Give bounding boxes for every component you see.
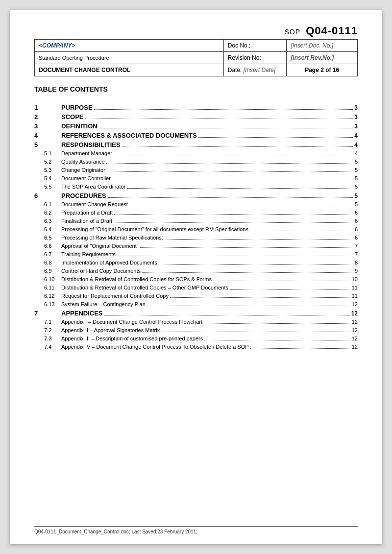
toc-number: 6.3 bbox=[34, 217, 61, 225]
toc-number: 5.4 bbox=[34, 174, 61, 183]
toc-content: DEFINITION3 bbox=[61, 121, 358, 131]
toc-section-title: PROCEDURES bbox=[61, 192, 106, 199]
toc-row: 6.1Document Change Request5 bbox=[34, 200, 358, 209]
toc-row: 5.5The SOP Area Coordinator5 bbox=[34, 183, 358, 191]
document-header-table: <COMPANY> Doc No.: [Insert Doc. No.] Sta… bbox=[34, 39, 358, 76]
toc-number: 4 bbox=[34, 131, 61, 140]
toc-sub-title: Change Originator bbox=[61, 167, 105, 173]
sop-title: SOP Q04-0111 bbox=[34, 24, 358, 37]
toc-sub-page-num: 5 bbox=[355, 175, 358, 181]
toc-number: 5.3 bbox=[34, 166, 61, 174]
toc-sub-page-num: 6 bbox=[355, 210, 358, 216]
toc-row: 6.9Control of Hard Copy Documents9 bbox=[34, 267, 358, 275]
toc-number: 6.6 bbox=[34, 242, 61, 250]
toc-content: Distribution & Retrieval of Controlled C… bbox=[61, 284, 358, 292]
toc-number: 6.2 bbox=[34, 209, 61, 217]
toc-number: 7.4 bbox=[34, 343, 61, 351]
toc-page-num: 4 bbox=[354, 142, 358, 148]
doc-number: Q04-0111 bbox=[306, 24, 358, 37]
toc-sub-title: Control of Hard Copy Documents bbox=[61, 268, 141, 274]
toc-content: Document Controller5 bbox=[61, 174, 358, 183]
toc-row: 6.5Processing of Raw Material Specificat… bbox=[34, 234, 358, 242]
toc-page-num: 12 bbox=[351, 310, 358, 317]
toc-number: 7 bbox=[34, 309, 61, 318]
toc-number: 6.8 bbox=[34, 259, 61, 267]
toc-number: 7.1 bbox=[34, 318, 61, 326]
toc-row: 6PROCEDURES5 bbox=[34, 191, 358, 200]
toc-sub-page-num: 6 bbox=[355, 235, 358, 241]
toc-sub-title: Appendix I – Document Change Control Pro… bbox=[61, 319, 202, 325]
toc-row: 6.7Training Requirements7 bbox=[34, 250, 358, 259]
toc-page-num: 3 bbox=[354, 114, 358, 120]
toc-content: REFERENCES & ASSOCIATED DOCUMENTS4 bbox=[61, 131, 358, 140]
toc-section-title: SCOPE bbox=[61, 113, 84, 120]
toc-section-title: DEFINITION bbox=[61, 122, 98, 130]
toc-number: 6 bbox=[34, 191, 61, 200]
toc-sub-title: Approval of "Original Document" bbox=[61, 243, 139, 249]
toc-row: 5.2Quality Assurance5 bbox=[34, 158, 358, 166]
toc-number: 6.13 bbox=[34, 300, 61, 309]
toc-content: Appendix II – Approval Signatories Matri… bbox=[61, 326, 358, 335]
toc-sub-title: Document Controller bbox=[61, 175, 111, 181]
footer: Q04-0111_Document_Change_Control.doc; La… bbox=[34, 526, 358, 534]
toc-number: 3 bbox=[34, 121, 61, 131]
toc-number: 7.2 bbox=[34, 326, 61, 335]
sop-label: SOP bbox=[284, 28, 300, 36]
doc-no-value: [Insert Doc. No.] bbox=[287, 40, 358, 52]
toc-sub-title: Processing of Raw Material Specification… bbox=[61, 235, 163, 241]
toc-sub-page-num: 6 bbox=[355, 218, 358, 224]
toc-row: 3DEFINITION3 bbox=[34, 121, 358, 131]
toc-sub-title: Appendix II – Approval Signatories Matri… bbox=[61, 327, 160, 333]
toc-title: TABLE OF CONTENTS bbox=[34, 85, 358, 93]
toc-row: 5.4Document Controller5 bbox=[34, 174, 358, 183]
toc-content: Appendix III – Description of customised… bbox=[61, 335, 358, 343]
toc-sub-title: Document Change Request bbox=[61, 201, 128, 207]
toc-sub-page-num: 5 bbox=[355, 184, 358, 190]
toc-row: 1PURPOSE3 bbox=[34, 103, 358, 112]
toc-content: Training Requirements7 bbox=[61, 250, 358, 259]
toc-content: Preparation of a Draft6 bbox=[61, 209, 358, 217]
toc-sub-page-num: 12 bbox=[352, 301, 358, 307]
toc-sub-title: Distribution & Retrieval of Controlled C… bbox=[61, 276, 212, 282]
toc-row: 6.3Finalisation of a Draft6 bbox=[34, 217, 358, 225]
toc-row: 7.2Appendix II – Approval Signatories Ma… bbox=[34, 326, 358, 335]
toc-page-num: 3 bbox=[354, 123, 358, 130]
date-label-cell: Date: [Insert Date] bbox=[223, 64, 287, 76]
toc-sub-page-num: 9 bbox=[355, 268, 358, 274]
toc-content: Change Originator5 bbox=[61, 166, 358, 174]
toc-table: 1PURPOSE32SCOPE33DEFINITION34REFERENCES … bbox=[34, 103, 358, 351]
toc-content: Appendix IV – Document Change Control Pr… bbox=[61, 343, 358, 351]
toc-content: PURPOSE3 bbox=[61, 103, 358, 112]
toc-number: 7.3 bbox=[34, 335, 61, 343]
toc-content: Implementation of Approved Documents8 bbox=[61, 259, 358, 267]
toc-sub-page-num: 5 bbox=[355, 159, 358, 165]
toc-sub-page-num: 8 bbox=[355, 260, 358, 265]
toc-row: 6.2Preparation of a Draft6 bbox=[34, 209, 358, 217]
toc-content: Finalisation of a Draft6 bbox=[61, 217, 358, 225]
toc-row: 6.4Processing of "Original Document" for… bbox=[34, 225, 358, 234]
toc-sub-title: Finalisation of a Draft bbox=[61, 218, 112, 224]
toc-sub-title: Request for Replacement of Controlled Co… bbox=[61, 293, 169, 299]
doc-no-label: Doc No.: bbox=[223, 40, 287, 52]
toc-section-title: APPENDICES bbox=[61, 310, 103, 317]
toc-row: 5RESPONSIBILITIES4 bbox=[34, 140, 358, 149]
toc-sub-page-num: 10 bbox=[352, 276, 358, 282]
toc-sub-page-num: 11 bbox=[352, 285, 358, 290]
toc-sub-title: Appendix III – Description of customised… bbox=[61, 336, 203, 341]
toc-sub-title: Processing of "Original Document" for al… bbox=[61, 226, 248, 232]
toc-number: 6.7 bbox=[34, 250, 61, 259]
toc-row: 6.10Distribution & Retrieval of Controll… bbox=[34, 275, 358, 284]
toc-content: Appendix I – Document Change Control Pro… bbox=[61, 318, 358, 326]
toc-row: 6.11Distribution & Retrieval of Controll… bbox=[34, 284, 358, 292]
toc-number: 5.1 bbox=[34, 149, 61, 158]
toc-row: 6.12Request for Replacement of Controlle… bbox=[34, 292, 358, 300]
company-cell: <COMPANY> bbox=[35, 40, 224, 52]
document-page: SOP Q04-0111 <COMPANY> Doc No.: [Insert … bbox=[10, 10, 382, 544]
toc-number: 1 bbox=[34, 103, 61, 112]
toc-content: Request for Replacement of Controlled Co… bbox=[61, 292, 358, 300]
toc-content: System Failure – Contingency Plan12 bbox=[61, 300, 358, 309]
toc-sub-title: Training Requirements bbox=[61, 251, 116, 257]
toc-row: 7.4Appendix IV – Document Change Control… bbox=[34, 343, 358, 351]
toc-sub-page-num: 7 bbox=[355, 251, 358, 257]
revision-label: Revision No: bbox=[223, 52, 287, 64]
